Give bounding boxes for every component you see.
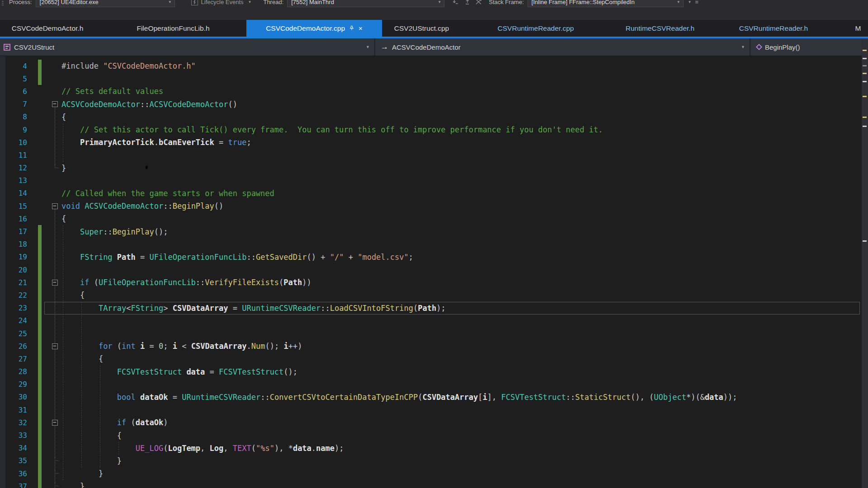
line-number[interactable]: 28 [0,367,27,376]
line-number[interactable]: 32 [0,418,27,427]
close-icon[interactable]: × [359,24,363,32]
thread-dropdown[interactable]: [7552] MainThrd ▼ [287,0,444,7]
vertical-scrollbar[interactable] [862,40,868,488]
process-dropdown[interactable]: [20652] UE4Editor.exe ▼ [36,0,175,7]
tab-CSVRuntimeReader.h[interactable]: CSVRuntimeReader.h [723,20,824,37]
code-line-6[interactable]: 6// Sets default values [0,85,862,98]
line-number[interactable]: 36 [0,469,27,478]
line-number[interactable]: 37 [0,482,27,488]
code-line-15[interactable]: 15−void ACSVCodeDemoActor::BeginPlay() [0,200,862,212]
line-number[interactable]: 25 [0,329,27,338]
chevron-down-icon[interactable]: ▼ [741,45,745,49]
tab-CSV2UStruct.cpp[interactable]: CSV2UStruct.cpp [384,20,459,37]
line-number[interactable]: 24 [0,316,27,325]
line-number[interactable]: 9 [0,126,27,134]
line-number[interactable]: 13 [0,176,27,185]
code-line-37[interactable]: 37 } [0,480,862,488]
code-line-30[interactable]: 30 bool dataOk = URuntimeCSVReader::Conv… [0,391,862,404]
code-line-34[interactable]: 34 UE_LOG(LogTemp, Log, TEXT("%s"), *dat… [0,442,862,455]
line-number[interactable]: 4 [0,62,27,70]
stack-frame-dropdown[interactable]: [Inline Frame] FFrame::StepCompiledIn ▼ [528,0,684,7]
code-line-32[interactable]: 32− if (dataOk) [0,416,862,429]
fold-collapse-icon[interactable]: − [52,203,58,209]
line-number[interactable]: 33 [0,431,27,440]
line-number[interactable]: 26 [0,342,27,351]
pin-icon[interactable] [349,24,354,33]
crossed-threads-icon[interactable] [475,0,482,5]
code-line-13[interactable]: 13 [0,174,862,187]
code-line-17[interactable]: 17 Super::BeginPlay(); [0,225,862,238]
toolbar-overflow-icon[interactable]: ≡ [695,0,698,5]
lifecycle-events-icon[interactable] [191,0,198,5]
code-line-33[interactable]: 33 { [0,429,862,441]
line-number[interactable]: 35 [0,456,27,465]
line-number[interactable]: 15 [0,202,27,211]
tab-M[interactable]: M [848,20,868,37]
tab-FileOperationFuncLib.h[interactable]: FileOperationFuncLib.h [123,20,223,37]
line-number[interactable]: 19 [0,253,27,261]
tab-CSVCodeDemoActor.h[interactable]: CSVCodeDemoActor.h [0,20,95,37]
tab-CSVRuntimeReader.cpp[interactable]: CSVRuntimeReader.cpp [479,20,592,37]
line-number[interactable]: 18 [0,240,27,249]
code-line-23[interactable]: 23 TArray<FString> CSVDataArray = URunti… [0,302,862,314]
code-line-35[interactable]: 35 } [0,455,862,467]
code-line-14[interactable]: 14// Called when the game starts or when… [0,187,862,200]
line-number[interactable]: 27 [0,355,27,363]
toolbar-grip-handle[interactable] [2,0,4,5]
code-line-20[interactable]: 20 [0,263,862,276]
line-number[interactable]: 23 [0,304,27,312]
line-number[interactable]: 8 [0,113,27,121]
line-number[interactable]: 34 [0,444,27,452]
line-number[interactable]: 12 [0,164,27,172]
scope-dropdown[interactable]: → ACSVCodeDemoActor ▼ [376,38,750,56]
line-number[interactable]: 29 [0,380,27,389]
code-line-5[interactable]: 5 [0,72,862,85]
code-line-4[interactable]: 4#include "CSVCodeDemoActor.h" [0,60,862,72]
code-line-9[interactable]: 9 // Set this actor to call Tick() every… [0,123,862,136]
line-number[interactable]: 20 [0,266,27,274]
step-backward-icon[interactable] [453,0,459,5]
code-line-24[interactable]: 24 [0,314,862,327]
code-line-22[interactable]: 22 { [0,289,862,301]
member-dropdown[interactable]: BeginPlay() [751,38,868,56]
code-line-27[interactable]: 27 { [0,352,862,365]
line-number[interactable]: 5 [0,75,27,83]
code-line-28[interactable]: 28 FCSVTestStruct data = FCSVTestStruct(… [0,366,862,378]
line-number[interactable]: 6 [0,87,27,96]
line-number[interactable]: 31 [0,406,27,414]
code-line-25[interactable]: 25 [0,327,862,340]
line-number[interactable]: 11 [0,151,27,160]
step-forward-icon[interactable] [464,0,471,5]
line-number[interactable]: 14 [0,189,27,197]
chevron-down-icon[interactable]: ▼ [248,0,252,4]
tab-RuntimeCSVReader.h[interactable]: RuntimeCSVReader.h [610,20,710,37]
code-line-19[interactable]: 19 FString Path = UFileOperationFuncLib:… [0,251,862,263]
code-line-16[interactable]: 16{ [0,212,862,225]
line-number[interactable]: 16 [0,215,27,223]
code-editor[interactable]: 4#include "CSVCodeDemoActor.h"56// Sets … [0,56,868,488]
lifecycle-events-label[interactable]: Lifecycle Events [201,0,244,5]
code-line-21[interactable]: 21− if (UFileOperationFuncLib::VerifyFil… [0,276,862,289]
type-dropdown[interactable]: CSV2UStruct ▼ [0,38,375,56]
line-number[interactable]: 7 [0,100,27,108]
chevron-down-icon[interactable]: ▼ [688,0,692,4]
code-line-8[interactable]: 8{ [0,111,862,123]
fold-collapse-icon[interactable]: − [52,420,58,426]
code-line-11[interactable]: 11 [0,149,862,161]
tab-CSVCodeDemoActor.cpp[interactable]: CSVCodeDemoActor.cpp× [246,20,382,37]
code-line-26[interactable]: 26− for (int i = 0; i < CSVDataArray.Num… [0,340,862,352]
fold-collapse-icon[interactable]: − [52,343,58,349]
line-number[interactable]: 17 [0,227,27,236]
chevron-down-icon[interactable]: ▼ [366,45,370,49]
code-line-36[interactable]: 36 } [0,467,862,480]
code-line-12[interactable]: 12} [0,162,862,174]
line-number[interactable]: 21 [0,278,27,287]
code-line-7[interactable]: 7−ACSVCodeDemoActor::ACSVCodeDemoActor() [0,98,862,111]
line-number[interactable]: 22 [0,291,27,300]
line-number[interactable]: 10 [0,138,27,147]
fold-collapse-icon[interactable]: − [52,280,58,286]
line-number[interactable]: 30 [0,393,27,401]
fold-collapse-icon[interactable]: − [52,101,58,107]
code-line-18[interactable]: 18 [0,238,862,251]
code-line-10[interactable]: 10 PrimaryActorTick.bCanEverTick = true; [0,136,862,149]
